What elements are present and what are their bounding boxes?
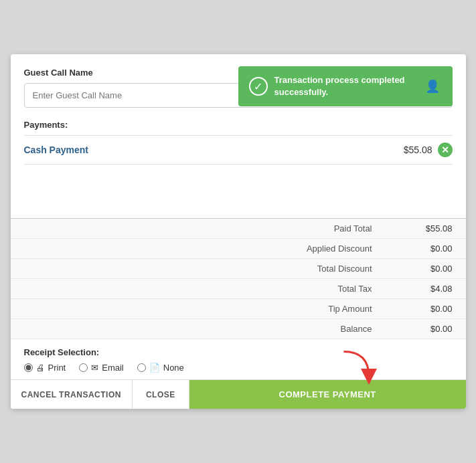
receipt-radio-print[interactable] <box>24 363 33 372</box>
complete-payment-button[interactable]: COMPLETE PAYMENT <box>189 380 466 409</box>
total-value-4: $0.00 <box>412 304 453 314</box>
receipt-options: 🖨 Print ✉ Email 📄 None <box>24 363 453 373</box>
payment-right: $55.08 ✕ <box>404 143 453 157</box>
total-row-1: Applied Discount $0.00 <box>11 239 466 259</box>
receipt-option-email[interactable]: ✉ Email <box>79 363 124 373</box>
total-row-3: Total Tax $4.08 <box>11 279 466 299</box>
email-icon: ✉ <box>91 363 98 373</box>
cancel-transaction-button[interactable]: CANCEL TRANSACTION <box>11 380 133 409</box>
total-label-4: Tip Amount <box>292 304 372 314</box>
total-row-0: Paid Total $55.08 <box>11 219 466 239</box>
payments-section: Payments: Cash Payment $55.08 ✕ <box>24 120 453 165</box>
receipt-radio-email[interactable] <box>79 363 88 372</box>
total-label-5: Balance <box>292 324 372 334</box>
total-value-1: $0.00 <box>412 244 453 254</box>
receipt-email-label: Email <box>102 363 124 373</box>
check-icon: ✓ <box>249 77 268 96</box>
receipt-label: Receipt Selection: <box>24 347 453 357</box>
footer-buttons: CANCEL TRANSACTION CLOSE COMPLETE PAYMEN… <box>11 379 466 409</box>
success-toast: ✓ Transaction process completed successf… <box>238 66 453 106</box>
receipt-section: Receipt Selection: 🖨 Print ✉ Email 📄 Non… <box>11 339 466 379</box>
print-icon: 🖨 <box>36 363 45 373</box>
totals-section: Paid Total $55.08 Applied Discount $0.00… <box>11 218 466 339</box>
close-button[interactable]: CLOSE <box>133 380 189 409</box>
toast-message: Transaction process completed successful… <box>274 74 416 98</box>
payment-amount: $55.08 <box>404 145 432 155</box>
total-label-3: Total Tax <box>292 284 372 294</box>
payment-name: Cash Payment <box>24 145 88 155</box>
none-icon: 📄 <box>149 363 160 373</box>
total-row-5: Balance $0.00 <box>11 319 466 339</box>
receipt-radio-none[interactable] <box>137 363 146 372</box>
receipt-print-label: Print <box>48 363 66 373</box>
total-value-2: $0.00 <box>412 264 453 274</box>
receipt-option-none[interactable]: 📄 None <box>137 363 184 373</box>
remove-payment-button[interactable]: ✕ <box>438 143 453 157</box>
total-value-0: $55.08 <box>412 223 453 234</box>
receipt-none-label: None <box>163 363 184 373</box>
total-row-4: Tip Amount $0.00 <box>11 299 466 319</box>
payment-row: Cash Payment $55.08 ✕ <box>24 135 453 165</box>
total-label-2: Total Discount <box>292 264 372 274</box>
total-value-3: $4.08 <box>412 284 453 294</box>
modal-body: Guest Call Name ✓ Transaction process co… <box>11 54 466 218</box>
payments-label: Payments: <box>24 120 453 130</box>
payment-modal: Guest Call Name ✓ Transaction process co… <box>11 54 466 409</box>
user-icon: 👤 <box>423 77 442 96</box>
total-label-0: Paid Total <box>292 223 372 234</box>
total-value-5: $0.00 <box>412 324 453 334</box>
receipt-option-print[interactable]: 🖨 Print <box>24 363 66 373</box>
total-label-1: Applied Discount <box>292 244 372 254</box>
spacer <box>24 165 453 218</box>
total-row-2: Total Discount $0.00 <box>11 259 466 279</box>
